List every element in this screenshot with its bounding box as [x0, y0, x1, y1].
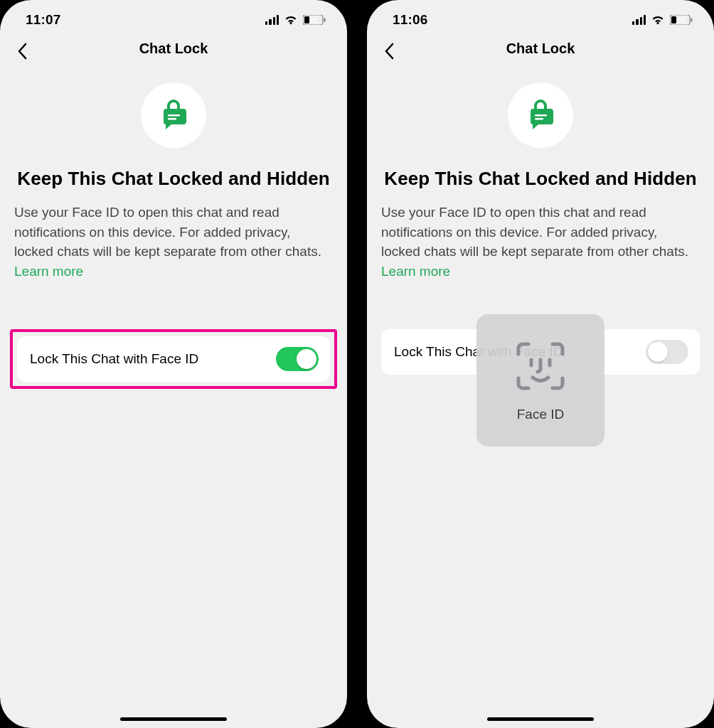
chevron-left-icon	[17, 43, 28, 60]
back-button[interactable]	[10, 38, 36, 64]
heading: Keep This Chat Locked and Hidden	[381, 168, 700, 190]
highlight-frame: Lock This Chat with Face ID	[10, 329, 337, 389]
lock-chat-toggle[interactable]	[646, 340, 688, 364]
back-button[interactable]	[377, 38, 403, 64]
description-text: Use your Face ID to open this chat and r…	[381, 205, 688, 259]
description: Use your Face ID to open this chat and r…	[381, 203, 700, 281]
setting-label: Lock This Chat with Face ID	[30, 351, 198, 367]
heading: Keep This Chat Locked and Hidden	[14, 168, 333, 190]
status-icons: 21	[265, 15, 326, 25]
page-title: Chat Lock	[0, 41, 347, 57]
chat-lock-icon	[523, 96, 558, 134]
svg-rect-4	[168, 114, 180, 117]
home-indicator[interactable]	[487, 717, 594, 721]
hero-icon-circle	[508, 82, 573, 148]
battery-icon: 21	[670, 15, 693, 25]
battery-icon: 21	[303, 15, 326, 25]
hero-icon-wrap	[381, 78, 700, 148]
svg-rect-10	[535, 114, 547, 117]
status-bar: 11:07 21	[0, 0, 347, 31]
face-id-prompt: Face ID	[476, 314, 604, 446]
phone-left: 11:07 21 Chat	[0, 0, 347, 728]
lock-chat-setting-row[interactable]: Lock This Chat with Face ID	[17, 336, 330, 382]
learn-more-link[interactable]: Learn more	[14, 264, 83, 279]
phone-right: 11:06 21 Chat Lock	[367, 0, 714, 728]
lock-chat-toggle[interactable]	[276, 347, 319, 371]
status-time: 11:06	[393, 12, 428, 28]
svg-rect-2	[304, 16, 309, 23]
svg-rect-8	[671, 16, 676, 23]
nav-bar: Chat Lock	[0, 31, 347, 65]
wifi-icon	[284, 15, 298, 25]
cellular-signal-icon	[265, 15, 279, 25]
page-title: Chat Lock	[367, 41, 714, 57]
hero-icon-circle	[141, 82, 206, 148]
chat-lock-icon	[156, 96, 191, 134]
home-indicator[interactable]	[120, 717, 227, 721]
wifi-icon	[651, 15, 665, 25]
learn-more-link[interactable]: Learn more	[381, 264, 450, 279]
chevron-left-icon	[384, 43, 395, 60]
hero-icon-wrap	[14, 78, 333, 148]
status-icons: 21	[632, 15, 693, 25]
svg-rect-5	[168, 118, 176, 120]
cellular-signal-icon	[632, 15, 646, 25]
description-text: Use your Face ID to open this chat and r…	[14, 205, 321, 259]
status-bar: 11:06 21	[367, 0, 714, 31]
face-id-icon	[513, 338, 568, 397]
svg-text:21: 21	[678, 17, 685, 24]
nav-bar: Chat Lock	[367, 31, 714, 65]
content: Keep This Chat Locked and Hidden Use you…	[0, 65, 347, 389]
svg-rect-11	[535, 118, 543, 120]
status-time: 11:07	[26, 12, 61, 28]
svg-rect-1	[324, 18, 325, 22]
description: Use your Face ID to open this chat and r…	[14, 203, 333, 281]
svg-text:21: 21	[311, 17, 318, 24]
face-id-label: Face ID	[517, 407, 565, 422]
svg-rect-7	[691, 18, 692, 22]
